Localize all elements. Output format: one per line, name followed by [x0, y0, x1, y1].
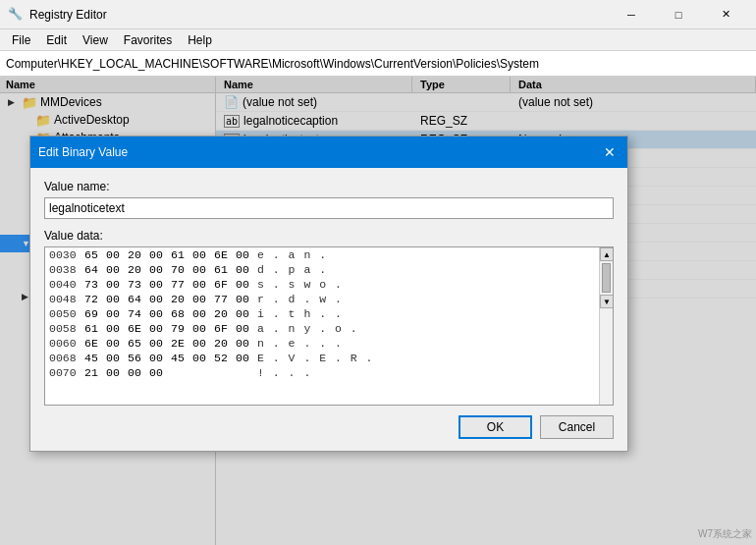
hex-byte[interactable]: 00	[102, 365, 124, 380]
hex-byte[interactable]: 00	[145, 321, 167, 336]
hex-byte[interactable]: 00	[102, 336, 124, 351]
hex-byte[interactable]: 2E	[167, 336, 189, 351]
close-button[interactable]: ✕	[703, 0, 748, 29]
hex-byte[interactable]: 70	[167, 262, 189, 277]
minimize-button[interactable]: ─	[609, 0, 654, 29]
hex-byte[interactable]: 00	[189, 262, 210, 277]
hex-byte[interactable]: 52	[210, 351, 232, 365]
hex-byte[interactable]: 00	[145, 292, 167, 306]
hex-byte-empty	[167, 365, 189, 380]
hex-byte[interactable]: 00	[145, 306, 167, 321]
value-name-input[interactable]	[44, 197, 614, 219]
hex-byte[interactable]: 00	[102, 351, 124, 365]
hex-address: 0038	[45, 262, 81, 277]
hex-byte[interactable]: 79	[167, 321, 189, 336]
menu-file[interactable]: File	[4, 31, 38, 49]
hex-byte[interactable]: 45	[81, 351, 102, 365]
dialog-title: Edit Binary Value	[38, 145, 128, 159]
hex-byte[interactable]: 61	[167, 247, 189, 262]
hex-byte[interactable]: 72	[81, 292, 102, 306]
hex-ascii: e . a n .	[253, 247, 613, 262]
hex-byte[interactable]: 00	[145, 365, 167, 380]
hex-byte[interactable]: 68	[167, 306, 189, 321]
hex-byte[interactable]: 64	[81, 262, 102, 277]
hex-scrollbar[interactable]: ▲ ▼	[599, 247, 613, 405]
hex-byte[interactable]: 00	[232, 336, 253, 351]
hex-ascii: n . e . . .	[253, 336, 613, 351]
ok-button[interactable]: OK	[459, 415, 532, 439]
hex-byte[interactable]: 00	[232, 292, 253, 306]
hex-byte[interactable]: 00	[232, 321, 253, 336]
hex-row: 00606E0065002E002000n . e . . .	[45, 336, 613, 351]
hex-byte[interactable]: 00	[189, 336, 210, 351]
hex-byte[interactable]: 6E	[210, 247, 232, 262]
maximize-button[interactable]: □	[656, 0, 701, 29]
hex-byte[interactable]: 45	[167, 351, 189, 365]
hex-byte[interactable]: 00	[232, 277, 253, 292]
menu-edit[interactable]: Edit	[38, 31, 75, 49]
hex-byte[interactable]: 61	[210, 262, 232, 277]
scroll-up-arrow[interactable]: ▲	[600, 247, 614, 261]
hex-byte[interactable]: 00	[232, 247, 253, 262]
hex-byte[interactable]: 00	[102, 247, 124, 262]
hex-byte[interactable]: 73	[81, 277, 102, 292]
hex-byte[interactable]: 20	[124, 262, 145, 277]
hex-byte[interactable]: 00	[232, 351, 253, 365]
hex-byte[interactable]: 00	[145, 351, 167, 365]
hex-byte[interactable]: 00	[232, 262, 253, 277]
hex-byte[interactable]: 00	[189, 277, 210, 292]
hex-address: 0058	[45, 321, 81, 336]
hex-byte[interactable]: 00	[145, 336, 167, 351]
hex-byte[interactable]: 20	[210, 336, 232, 351]
cancel-button[interactable]: Cancel	[540, 415, 614, 439]
hex-byte[interactable]: 6F	[210, 321, 232, 336]
dialog-titlebar: Edit Binary Value ✕	[30, 136, 627, 168]
hex-byte[interactable]: 00	[189, 351, 210, 365]
hex-byte-empty	[210, 365, 232, 380]
hex-byte[interactable]: 21	[81, 365, 102, 380]
hex-byte[interactable]: 00	[102, 262, 124, 277]
scroll-thumb[interactable]	[602, 263, 611, 293]
hex-address: 0030	[45, 247, 81, 262]
hex-address: 0050	[45, 306, 81, 321]
hex-byte[interactable]: 20	[210, 306, 232, 321]
hex-byte[interactable]: 20	[167, 292, 189, 306]
hex-byte[interactable]: 00	[102, 306, 124, 321]
hex-ascii: r . d . w .	[253, 292, 613, 306]
hex-byte[interactable]: 74	[124, 306, 145, 321]
hex-byte[interactable]: 00	[102, 277, 124, 292]
hex-byte[interactable]: 64	[124, 292, 145, 306]
hex-byte[interactable]: 73	[124, 277, 145, 292]
hex-byte[interactable]: 56	[124, 351, 145, 365]
hex-row: 005861006E0079006F00a . n y . o .	[45, 321, 613, 336]
hex-byte[interactable]: 00	[189, 292, 210, 306]
hex-byte[interactable]: 6F	[210, 277, 232, 292]
hex-byte[interactable]: 00	[145, 247, 167, 262]
hex-byte[interactable]: 00	[189, 247, 210, 262]
hex-byte[interactable]: 00	[145, 262, 167, 277]
menu-favorites[interactable]: Favorites	[116, 31, 180, 49]
edit-binary-dialog: Edit Binary Value ✕ Value name: Value da…	[29, 136, 628, 452]
scroll-down-arrow[interactable]: ▼	[600, 295, 614, 308]
hex-byte[interactable]: 69	[81, 306, 102, 321]
hex-byte[interactable]: 20	[124, 247, 145, 262]
hex-byte[interactable]: 00	[232, 306, 253, 321]
hex-byte[interactable]: 65	[124, 336, 145, 351]
hex-byte[interactable]: 00	[189, 321, 210, 336]
hex-byte[interactable]: 77	[167, 277, 189, 292]
hex-byte[interactable]: 65	[81, 247, 102, 262]
hex-byte[interactable]: 00	[102, 292, 124, 306]
dialog-close-button[interactable]: ✕	[600, 142, 620, 162]
hex-byte[interactable]: 61	[81, 321, 102, 336]
hex-address: 0060	[45, 336, 81, 351]
hex-byte[interactable]: 00	[189, 306, 210, 321]
hex-byte[interactable]: 00	[145, 277, 167, 292]
menu-view[interactable]: View	[75, 31, 116, 49]
hex-byte[interactable]: 77	[210, 292, 232, 306]
hex-row: 00386400200070006100d . p a .	[45, 262, 613, 277]
hex-byte[interactable]: 00	[124, 365, 145, 380]
hex-byte[interactable]: 00	[102, 321, 124, 336]
menu-help[interactable]: Help	[180, 31, 220, 49]
hex-byte[interactable]: 6E	[124, 321, 145, 336]
hex-byte[interactable]: 6E	[81, 336, 102, 351]
